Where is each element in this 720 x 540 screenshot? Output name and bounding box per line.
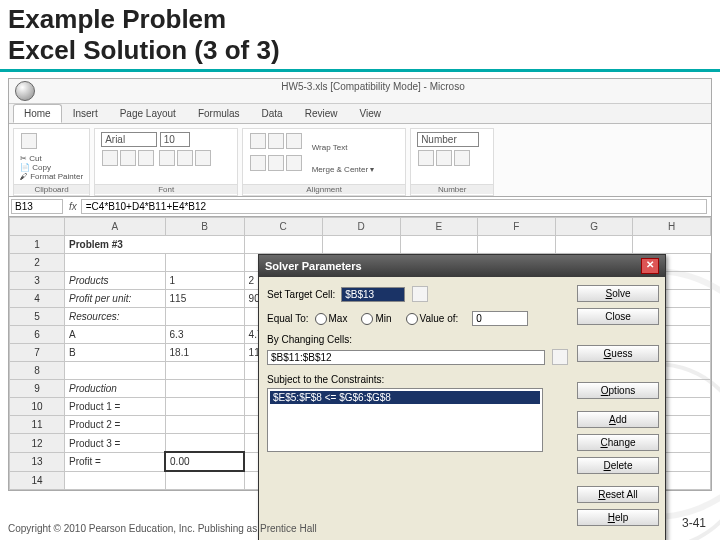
ribbon: ✂ Cut 📄 Copy 🖌 Format Painter Clipboard … [9, 124, 711, 197]
formula-input[interactable]: =C4*B10+D4*B11+E4*B12 [81, 199, 707, 214]
formula-bar: B13 fx =C4*B10+D4*B11+E4*B12 [9, 197, 711, 217]
value-of-input[interactable]: 0 [472, 311, 528, 326]
tab-review[interactable]: Review [294, 104, 349, 123]
solver-dialog: Solver Parameters ✕ Set Target Cell: $B$… [258, 254, 666, 540]
slide-title: Example Problem Excel Solution (3 of 3) [0, 0, 720, 65]
tab-insert[interactable]: Insert [62, 104, 109, 123]
paste-button[interactable] [21, 133, 37, 149]
label-equal-to: Equal To: [267, 313, 309, 324]
col-E[interactable]: E [400, 218, 478, 236]
resetall-button[interactable]: Reset All [577, 486, 659, 503]
border-button[interactable] [159, 150, 175, 166]
underline-button[interactable] [138, 150, 154, 166]
align-bc-button[interactable] [268, 155, 284, 171]
bold-button[interactable] [102, 150, 118, 166]
dialog-titlebar[interactable]: Solver Parameters ✕ [259, 255, 665, 277]
dialog-title: Solver Parameters [265, 260, 362, 272]
ribbon-group-number: Number Number [410, 128, 494, 196]
col-H[interactable]: H [633, 218, 711, 236]
tab-home[interactable]: Home [13, 104, 62, 123]
align-br-button[interactable] [286, 155, 302, 171]
refedit-icon[interactable] [412, 286, 428, 302]
fx-icon[interactable]: fx [65, 201, 81, 212]
guess-button[interactable]: Guess [577, 345, 659, 362]
percent-button[interactable] [436, 150, 452, 166]
cell-A5[interactable]: Resources: [65, 308, 166, 326]
office-orb-icon[interactable] [15, 81, 35, 101]
page-number: 3-41 [682, 516, 706, 530]
group-label-clipboard: Clipboard [14, 184, 89, 194]
col-G[interactable]: G [555, 218, 633, 236]
wrap-text-button[interactable]: Wrap Text [312, 143, 348, 152]
radio-max[interactable]: Max [315, 313, 348, 325]
help-button[interactable]: Help [577, 509, 659, 526]
solve-button[interactable]: Solve [577, 285, 659, 302]
constraints-listbox[interactable]: $E$5:$F$8 <= $G$6:$G$8 [267, 388, 543, 452]
col-C[interactable]: C [244, 218, 322, 236]
excel-titlebar: HW5-3.xls [Compatibility Mode] - Microso [9, 79, 711, 104]
options-button[interactable]: Options [577, 382, 659, 399]
font-size-select[interactable]: 10 [160, 132, 190, 147]
italic-button[interactable] [120, 150, 136, 166]
add-button[interactable]: Add [577, 411, 659, 428]
copy-button[interactable]: 📄 Copy [20, 163, 51, 172]
align-tl-button[interactable] [250, 133, 266, 149]
align-tc-button[interactable] [268, 133, 284, 149]
font-color-button[interactable] [195, 150, 211, 166]
ribbon-tabs: Home Insert Page Layout Formulas Data Re… [9, 104, 711, 124]
group-label-font: Font [95, 184, 237, 194]
close-icon[interactable]: ✕ [641, 258, 659, 274]
col-D[interactable]: D [322, 218, 400, 236]
label-constraints: Subject to the Constraints: [267, 374, 384, 385]
title-line2: Excel Solution (3 of 3) [8, 35, 280, 65]
col-B[interactable]: B [165, 218, 244, 236]
tab-pagelayout[interactable]: Page Layout [109, 104, 187, 123]
merge-center-button[interactable]: Merge & Center ▾ [312, 165, 375, 174]
comma-button[interactable] [454, 150, 470, 166]
fill-color-button[interactable] [177, 150, 193, 166]
close-button[interactable]: Close [577, 308, 659, 325]
constraint-item[interactable]: $E$5:$F$8 <= $G$6:$G$8 [270, 391, 540, 404]
cell-A1[interactable]: Problem #3 [65, 236, 245, 254]
cell-A4[interactable]: Profit per unit: [65, 290, 166, 308]
col-headers: A B C D E F G H [10, 218, 711, 236]
title-line1: Example Problem [8, 4, 226, 34]
col-F[interactable]: F [478, 218, 556, 236]
font-name-select[interactable]: Arial [101, 132, 157, 147]
format-painter-button[interactable]: 🖌 Format Painter [20, 172, 83, 181]
group-label-number: Number [411, 184, 493, 194]
col-A[interactable]: A [65, 218, 166, 236]
ribbon-group-clipboard: ✂ Cut 📄 Copy 🖌 Format Painter Clipboard [13, 128, 90, 196]
refedit-icon-2[interactable] [552, 349, 568, 365]
delete-button[interactable]: Delete [577, 457, 659, 474]
changing-cells-input[interactable]: $B$11:$B$12 [267, 350, 545, 365]
row-1: 1Problem #3 [10, 236, 711, 254]
title-underline [0, 69, 720, 72]
target-cell-input[interactable]: $B$13 [341, 287, 405, 302]
copyright-text: Copyright © 2010 Pearson Education, Inc.… [8, 523, 317, 534]
cut-button[interactable]: ✂ Cut [20, 154, 42, 163]
align-bl-button[interactable] [250, 155, 266, 171]
ribbon-group-alignment: Wrap Text Merge & Center ▾ Alignment [242, 128, 406, 196]
align-tr-button[interactable] [286, 133, 302, 149]
label-target-cell: Set Target Cell: [267, 289, 335, 300]
radio-min[interactable]: Min [361, 313, 391, 325]
ribbon-group-font: Arial 10 Font [94, 128, 238, 196]
group-label-alignment: Alignment [243, 184, 405, 194]
change-button[interactable]: Change [577, 434, 659, 451]
label-changing-cells: By Changing Cells: [267, 334, 352, 345]
cell-A3[interactable]: Products [65, 272, 166, 290]
workbook-title: HW5-3.xls [Compatibility Mode] - Microso [281, 81, 464, 101]
tab-view[interactable]: View [348, 104, 392, 123]
name-box[interactable]: B13 [11, 199, 63, 214]
currency-button[interactable] [418, 150, 434, 166]
corner-cell[interactable] [10, 218, 65, 236]
radio-valueof[interactable]: Value of: [406, 313, 459, 325]
tab-formulas[interactable]: Formulas [187, 104, 251, 123]
number-format-select[interactable]: Number [417, 132, 479, 147]
tab-data[interactable]: Data [251, 104, 294, 123]
